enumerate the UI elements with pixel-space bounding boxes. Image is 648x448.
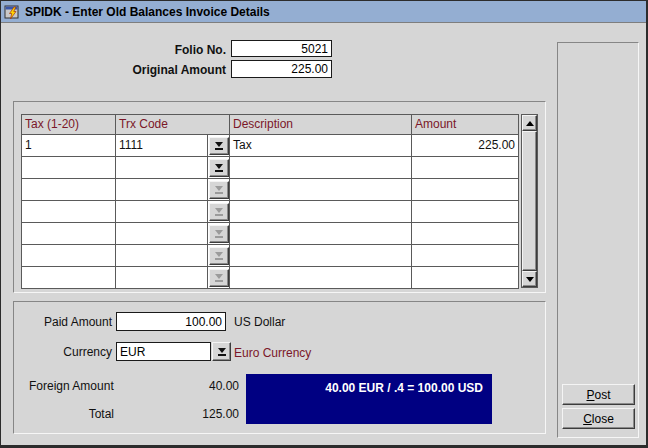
trx-code-lov-button[interactable] xyxy=(209,159,229,177)
cell-description[interactable] xyxy=(230,179,412,201)
cell-description[interactable] xyxy=(230,245,412,267)
scrollbar-thumb[interactable] xyxy=(522,131,537,271)
cell-lov xyxy=(208,245,230,267)
cell-amount[interactable] xyxy=(412,201,519,223)
cell-amount[interactable] xyxy=(412,179,519,201)
cell-trx-code[interactable] xyxy=(116,245,208,267)
down-arrow-underline-icon xyxy=(215,251,223,260)
col-header-trx-code: Trx Code xyxy=(116,115,230,135)
cell-description[interactable] xyxy=(230,201,412,223)
table-row xyxy=(22,223,519,245)
cell-trx-code[interactable] xyxy=(116,223,208,245)
down-arrow-underline-icon xyxy=(218,347,226,356)
trx-code-lov-button[interactable] xyxy=(209,225,229,243)
cell-trx-code[interactable] xyxy=(116,267,208,289)
cell-amount[interactable] xyxy=(412,267,519,289)
tax-table-header: Tax (1-20) Trx Code Description Amount xyxy=(22,115,519,135)
action-panel xyxy=(557,42,639,438)
original-amount-label: Original Amount xyxy=(61,63,226,77)
down-arrow-underline-icon xyxy=(215,273,223,282)
cell-lov xyxy=(208,201,230,223)
cell-tax[interactable] xyxy=(22,157,116,179)
folio-input[interactable] xyxy=(231,40,332,57)
title-bar[interactable]: SPIDK - Enter Old Balances Invoice Detai… xyxy=(1,1,646,23)
trx-code-lov-button[interactable] xyxy=(209,269,229,287)
down-arrow-underline-icon xyxy=(215,163,223,172)
cell-amount[interactable] xyxy=(412,245,519,267)
foreign-amount-label: Foreign Amount xyxy=(29,379,114,393)
scroll-down-button[interactable] xyxy=(522,271,537,287)
cell-description[interactable] xyxy=(230,157,412,179)
table-scrollbar[interactable] xyxy=(521,114,538,288)
total-label: Total xyxy=(29,407,114,421)
currency-description-label: Euro Currency xyxy=(234,346,311,360)
dialog-window: SPIDK - Enter Old Balances Invoice Detai… xyxy=(0,0,648,448)
cell-trx-code[interactable] xyxy=(116,179,208,201)
cell-trx-code[interactable] xyxy=(116,157,208,179)
cell-trx-code[interactable] xyxy=(116,201,208,223)
cell-description[interactable] xyxy=(230,267,412,289)
cell-amount[interactable] xyxy=(412,223,519,245)
cell-tax[interactable] xyxy=(22,245,116,267)
cell-tax[interactable] xyxy=(22,223,116,245)
cell-trx-code[interactable]: 1111 xyxy=(116,135,208,157)
post-button[interactable]: Post xyxy=(562,384,635,405)
up-arrow-icon xyxy=(526,121,534,126)
cell-lov xyxy=(208,179,230,201)
trx-code-lov-button[interactable] xyxy=(209,203,229,221)
down-arrow-underline-icon xyxy=(215,207,223,216)
scroll-up-button[interactable] xyxy=(522,115,537,131)
paid-currency-label: US Dollar xyxy=(234,315,285,329)
cell-tax[interactable]: 1 xyxy=(22,135,116,157)
conversion-display: 40.00 EUR / .4 = 100.00 USD xyxy=(246,374,492,424)
table-row xyxy=(22,201,519,223)
table-row xyxy=(22,245,519,267)
col-header-description: Description xyxy=(230,115,412,135)
table-row: 1 1111 Tax 225.00 xyxy=(22,135,519,157)
tax-table: Tax (1-20) Trx Code Description Amount 1… xyxy=(21,114,519,289)
cell-lov xyxy=(208,223,230,245)
cell-tax[interactable] xyxy=(22,179,116,201)
cell-description[interactable]: Tax xyxy=(230,135,412,157)
paid-amount-label: Paid Amount xyxy=(21,315,112,329)
app-icon xyxy=(4,4,21,20)
original-amount-input[interactable] xyxy=(231,60,332,78)
trx-code-lov-button[interactable] xyxy=(209,181,229,199)
cell-lov xyxy=(208,267,230,289)
currency-lov-button[interactable] xyxy=(212,342,231,361)
trx-code-lov-button[interactable] xyxy=(209,247,229,265)
down-arrow-icon xyxy=(526,277,534,282)
cell-amount[interactable]: 225.00 xyxy=(412,135,519,157)
paid-amount-input[interactable] xyxy=(116,312,226,331)
cell-amount[interactable] xyxy=(412,157,519,179)
window-title: SPIDK - Enter Old Balances Invoice Detai… xyxy=(25,5,270,19)
foreign-amount-value: 40.00 xyxy=(139,379,239,393)
cell-lov xyxy=(208,157,230,179)
cell-tax[interactable] xyxy=(22,267,116,289)
close-button[interactable]: Close xyxy=(562,408,635,429)
down-arrow-underline-icon xyxy=(215,229,223,238)
table-row xyxy=(22,179,519,201)
total-value: 125.00 xyxy=(139,407,239,421)
table-row xyxy=(22,267,519,289)
table-row xyxy=(22,157,519,179)
cell-lov xyxy=(208,135,230,157)
down-arrow-underline-icon xyxy=(215,185,223,194)
trx-code-lov-button[interactable] xyxy=(209,137,229,155)
folio-label: Folio No. xyxy=(61,43,226,57)
cell-description[interactable] xyxy=(230,223,412,245)
currency-label: Currency xyxy=(21,345,112,359)
col-header-tax: Tax (1-20) xyxy=(22,115,116,135)
currency-input[interactable] xyxy=(116,342,211,361)
col-header-amount: Amount xyxy=(412,115,519,135)
down-arrow-underline-icon xyxy=(215,141,223,150)
cell-tax[interactable] xyxy=(22,201,116,223)
